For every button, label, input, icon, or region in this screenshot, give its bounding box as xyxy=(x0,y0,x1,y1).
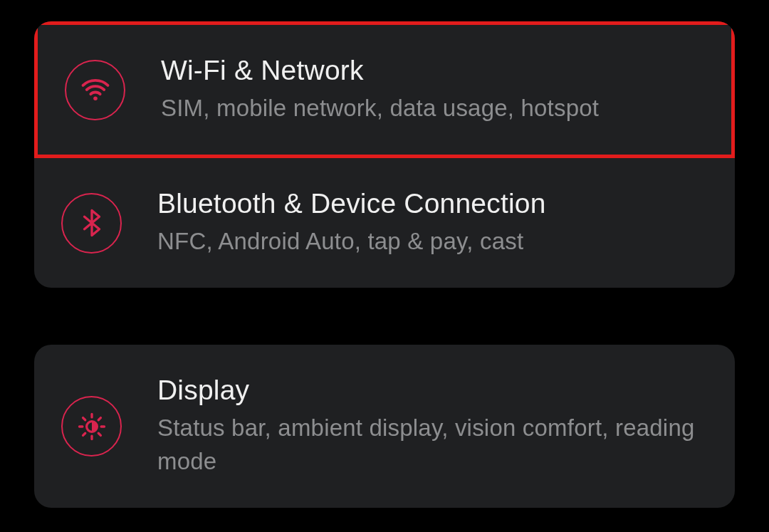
svg-point-0 xyxy=(93,97,98,101)
wifi-icon xyxy=(80,75,110,105)
settings-item-wifi-network[interactable]: Wi-Fi & Network SIM, mobile network, dat… xyxy=(34,21,735,158)
settings-card-2: Display Status bar, ambient display, vis… xyxy=(34,345,735,507)
bluetooth-device-text: Bluetooth & Device Connection NFC, Andro… xyxy=(157,188,708,258)
settings-item-bluetooth-device[interactable]: Bluetooth & Device Connection NFC, Andro… xyxy=(34,158,735,288)
svg-line-8 xyxy=(83,433,85,435)
settings-card-1: Wi-Fi & Network SIM, mobile network, dat… xyxy=(34,21,735,288)
wifi-network-subtitle: SIM, mobile network, data usage, hotspot xyxy=(161,92,704,125)
bluetooth-icon xyxy=(77,208,107,238)
display-title: Display xyxy=(157,375,708,406)
display-text: Display Status bar, ambient display, vis… xyxy=(157,375,708,477)
settings-item-display[interactable]: Display Status bar, ambient display, vis… xyxy=(34,345,735,507)
svg-line-9 xyxy=(98,417,100,419)
bluetooth-device-subtitle: NFC, Android Auto, tap & pay, cast xyxy=(157,225,708,258)
svg-line-6 xyxy=(83,417,85,419)
wifi-network-text: Wi-Fi & Network SIM, mobile network, dat… xyxy=(161,55,704,125)
wifi-icon-circle xyxy=(65,60,125,120)
display-subtitle: Status bar, ambient display, vision comf… xyxy=(157,412,708,477)
wifi-network-title: Wi-Fi & Network xyxy=(161,55,704,86)
svg-line-7 xyxy=(98,433,100,435)
bluetooth-device-title: Bluetooth & Device Connection xyxy=(157,188,708,219)
bluetooth-icon-circle xyxy=(61,193,122,254)
brightness-icon xyxy=(77,412,107,442)
display-icon-circle xyxy=(61,396,122,457)
